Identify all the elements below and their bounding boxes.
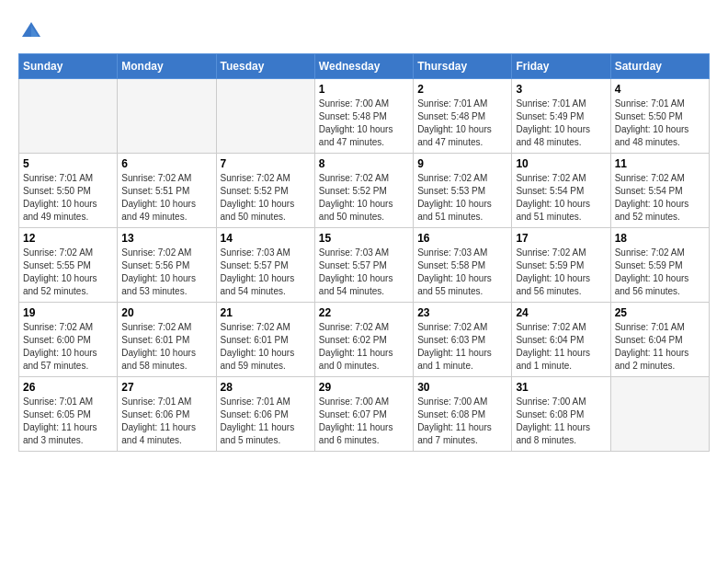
day-info: Sunrise: 7:03 AM Sunset: 5:57 PM Dayligh… bbox=[221, 247, 311, 298]
day-info: Sunrise: 7:01 AM Sunset: 6:05 PM Dayligh… bbox=[23, 396, 113, 447]
calendar-header-row: SundayMondayTuesdayWednesdayThursdayFrid… bbox=[19, 54, 710, 79]
day-info: Sunrise: 7:03 AM Sunset: 5:57 PM Dayligh… bbox=[319, 247, 409, 298]
day-number: 22 bbox=[319, 306, 409, 319]
calendar-cell: 31Sunrise: 7:00 AM Sunset: 6:08 PM Dayli… bbox=[512, 377, 610, 452]
day-info: Sunrise: 7:02 AM Sunset: 5:56 PM Dayligh… bbox=[121, 247, 211, 298]
day-number: 16 bbox=[417, 232, 507, 245]
day-number: 1 bbox=[319, 83, 409, 96]
calendar-table: SundayMondayTuesdayWednesdayThursdayFrid… bbox=[18, 53, 710, 452]
calendar-cell bbox=[216, 79, 314, 154]
day-header-monday: Monday bbox=[118, 54, 216, 79]
day-header-friday: Friday bbox=[512, 54, 610, 79]
day-info: Sunrise: 7:02 AM Sunset: 6:01 PM Dayligh… bbox=[221, 321, 311, 373]
day-info: Sunrise: 7:02 AM Sunset: 5:59 PM Dayligh… bbox=[615, 247, 705, 298]
calendar-cell: 5Sunrise: 7:01 AM Sunset: 5:50 PM Daylig… bbox=[19, 154, 118, 228]
day-header-thursday: Thursday bbox=[414, 54, 512, 79]
calendar-cell: 30Sunrise: 7:00 AM Sunset: 6:08 PM Dayli… bbox=[414, 377, 512, 452]
logo bbox=[18, 18, 48, 44]
day-number: 27 bbox=[121, 381, 211, 394]
calendar-week-4: 19Sunrise: 7:02 AM Sunset: 6:00 PM Dayli… bbox=[19, 303, 710, 377]
logo-icon bbox=[18, 18, 44, 44]
day-number: 13 bbox=[121, 232, 211, 245]
day-info: Sunrise: 7:01 AM Sunset: 6:06 PM Dayligh… bbox=[121, 396, 211, 447]
day-info: Sunrise: 7:01 AM Sunset: 6:06 PM Dayligh… bbox=[221, 396, 311, 447]
calendar-cell: 29Sunrise: 7:00 AM Sunset: 6:07 PM Dayli… bbox=[314, 377, 413, 452]
day-number: 30 bbox=[417, 381, 507, 394]
day-info: Sunrise: 7:02 AM Sunset: 5:55 PM Dayligh… bbox=[23, 247, 113, 298]
day-number: 11 bbox=[615, 157, 705, 170]
day-info: Sunrise: 7:03 AM Sunset: 5:58 PM Dayligh… bbox=[417, 247, 507, 298]
calendar-cell: 18Sunrise: 7:02 AM Sunset: 5:59 PM Dayli… bbox=[610, 228, 709, 303]
calendar-cell: 13Sunrise: 7:02 AM Sunset: 5:56 PM Dayli… bbox=[118, 228, 216, 303]
day-info: Sunrise: 7:02 AM Sunset: 5:54 PM Dayligh… bbox=[516, 172, 606, 224]
day-number: 12 bbox=[23, 232, 113, 245]
day-number: 20 bbox=[121, 306, 211, 319]
day-info: Sunrise: 7:01 AM Sunset: 5:48 PM Dayligh… bbox=[417, 98, 507, 149]
day-info: Sunrise: 7:02 AM Sunset: 6:03 PM Dayligh… bbox=[417, 321, 507, 373]
day-info: Sunrise: 7:01 AM Sunset: 5:50 PM Dayligh… bbox=[615, 98, 705, 149]
day-number: 7 bbox=[221, 157, 311, 170]
calendar-cell: 3Sunrise: 7:01 AM Sunset: 5:49 PM Daylig… bbox=[512, 79, 610, 154]
day-header-saturday: Saturday bbox=[610, 54, 709, 79]
day-number: 8 bbox=[319, 157, 409, 170]
day-info: Sunrise: 7:00 AM Sunset: 6:08 PM Dayligh… bbox=[417, 396, 507, 447]
page-header bbox=[18, 18, 710, 44]
day-number: 3 bbox=[516, 83, 606, 96]
day-number: 19 bbox=[23, 306, 113, 319]
calendar-cell: 9Sunrise: 7:02 AM Sunset: 5:53 PM Daylig… bbox=[414, 154, 512, 228]
calendar-cell: 10Sunrise: 7:02 AM Sunset: 5:54 PM Dayli… bbox=[512, 154, 610, 228]
calendar-cell: 23Sunrise: 7:02 AM Sunset: 6:03 PM Dayli… bbox=[414, 303, 512, 377]
calendar-cell: 14Sunrise: 7:03 AM Sunset: 5:57 PM Dayli… bbox=[216, 228, 314, 303]
day-info: Sunrise: 7:02 AM Sunset: 6:01 PM Dayligh… bbox=[121, 321, 211, 373]
calendar-cell bbox=[118, 79, 216, 154]
calendar-cell: 4Sunrise: 7:01 AM Sunset: 5:50 PM Daylig… bbox=[610, 79, 709, 154]
calendar-cell: 8Sunrise: 7:02 AM Sunset: 5:52 PM Daylig… bbox=[314, 154, 413, 228]
calendar-cell: 26Sunrise: 7:01 AM Sunset: 6:05 PM Dayli… bbox=[19, 377, 118, 452]
day-number: 17 bbox=[516, 232, 606, 245]
calendar-cell: 28Sunrise: 7:01 AM Sunset: 6:06 PM Dayli… bbox=[216, 377, 314, 452]
day-info: Sunrise: 7:00 AM Sunset: 5:48 PM Dayligh… bbox=[319, 98, 409, 149]
calendar-cell: 19Sunrise: 7:02 AM Sunset: 6:00 PM Dayli… bbox=[19, 303, 118, 377]
day-info: Sunrise: 7:00 AM Sunset: 6:08 PM Dayligh… bbox=[516, 396, 606, 447]
day-number: 5 bbox=[23, 157, 113, 170]
calendar-cell: 7Sunrise: 7:02 AM Sunset: 5:52 PM Daylig… bbox=[216, 154, 314, 228]
calendar-cell: 20Sunrise: 7:02 AM Sunset: 6:01 PM Dayli… bbox=[118, 303, 216, 377]
calendar-cell: 22Sunrise: 7:02 AM Sunset: 6:02 PM Dayli… bbox=[314, 303, 413, 377]
day-number: 21 bbox=[221, 306, 311, 319]
day-number: 6 bbox=[121, 157, 211, 170]
day-info: Sunrise: 7:02 AM Sunset: 6:00 PM Dayligh… bbox=[23, 321, 113, 373]
day-info: Sunrise: 7:02 AM Sunset: 5:52 PM Dayligh… bbox=[221, 172, 311, 224]
calendar-cell bbox=[19, 79, 118, 154]
day-header-sunday: Sunday bbox=[19, 54, 118, 79]
day-number: 28 bbox=[221, 381, 311, 394]
day-info: Sunrise: 7:00 AM Sunset: 6:07 PM Dayligh… bbox=[319, 396, 409, 447]
calendar-cell: 12Sunrise: 7:02 AM Sunset: 5:55 PM Dayli… bbox=[19, 228, 118, 303]
day-number: 23 bbox=[417, 306, 507, 319]
day-info: Sunrise: 7:01 AM Sunset: 5:50 PM Dayligh… bbox=[23, 172, 113, 224]
calendar-cell: 16Sunrise: 7:03 AM Sunset: 5:58 PM Dayli… bbox=[414, 228, 512, 303]
calendar-cell: 6Sunrise: 7:02 AM Sunset: 5:51 PM Daylig… bbox=[118, 154, 216, 228]
day-number: 14 bbox=[221, 232, 311, 245]
day-number: 9 bbox=[417, 157, 507, 170]
calendar-week-1: 1Sunrise: 7:00 AM Sunset: 5:48 PM Daylig… bbox=[19, 79, 710, 154]
day-number: 24 bbox=[516, 306, 606, 319]
day-number: 26 bbox=[23, 381, 113, 394]
day-info: Sunrise: 7:02 AM Sunset: 6:04 PM Dayligh… bbox=[516, 321, 606, 373]
calendar-cell: 27Sunrise: 7:01 AM Sunset: 6:06 PM Dayli… bbox=[118, 377, 216, 452]
day-info: Sunrise: 7:02 AM Sunset: 5:51 PM Dayligh… bbox=[121, 172, 211, 224]
day-info: Sunrise: 7:01 AM Sunset: 6:04 PM Dayligh… bbox=[615, 321, 705, 373]
calendar-week-2: 5Sunrise: 7:01 AM Sunset: 5:50 PM Daylig… bbox=[19, 154, 710, 228]
calendar-cell: 15Sunrise: 7:03 AM Sunset: 5:57 PM Dayli… bbox=[314, 228, 413, 303]
day-number: 2 bbox=[417, 83, 507, 96]
day-header-tuesday: Tuesday bbox=[216, 54, 314, 79]
day-number: 15 bbox=[319, 232, 409, 245]
calendar-cell bbox=[610, 377, 709, 452]
day-number: 31 bbox=[516, 381, 606, 394]
day-header-wednesday: Wednesday bbox=[314, 54, 413, 79]
day-number: 25 bbox=[615, 306, 705, 319]
calendar-cell: 21Sunrise: 7:02 AM Sunset: 6:01 PM Dayli… bbox=[216, 303, 314, 377]
day-info: Sunrise: 7:02 AM Sunset: 5:54 PM Dayligh… bbox=[615, 172, 705, 224]
day-number: 10 bbox=[516, 157, 606, 170]
calendar-cell: 17Sunrise: 7:02 AM Sunset: 5:59 PM Dayli… bbox=[512, 228, 610, 303]
calendar-cell: 24Sunrise: 7:02 AM Sunset: 6:04 PM Dayli… bbox=[512, 303, 610, 377]
